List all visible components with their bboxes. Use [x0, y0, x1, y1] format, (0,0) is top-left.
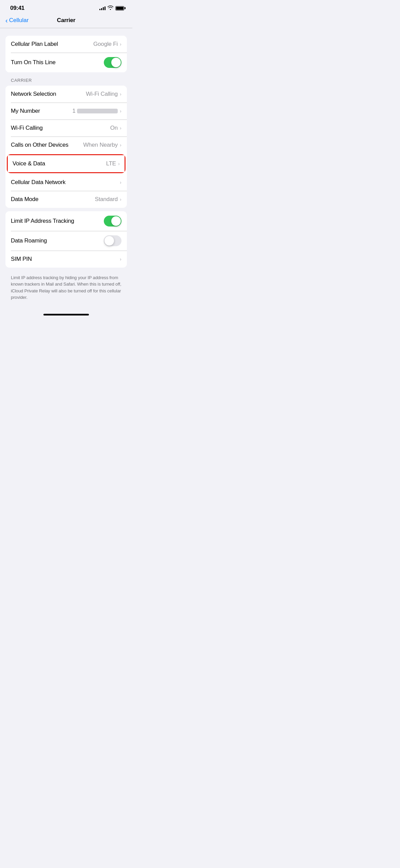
sim-pin-row[interactable]: SIM PIN › — [5, 251, 127, 268]
chevron-right-icon: › — [120, 196, 121, 202]
status-icons — [99, 5, 124, 11]
voice-data-label: Voice & Data — [13, 160, 45, 167]
wifi-calling-right: On › — [110, 125, 121, 131]
signal-bar-3 — [103, 7, 104, 10]
voice-data-row[interactable]: Voice & Data LTE › — [8, 155, 125, 172]
content: Cellular Plan Label Google Fi › Turn On … — [0, 28, 132, 308]
battery-fill — [116, 7, 123, 10]
data-roaming-row[interactable]: Data Roaming — [5, 231, 127, 251]
signal-bars-icon — [99, 6, 106, 10]
cellular-data-network-right: › — [120, 179, 121, 185]
network-selection-row[interactable]: Network Selection Wi-Fi Calling › — [5, 86, 127, 103]
wifi-calling-row[interactable]: Wi-Fi Calling On › — [5, 120, 127, 137]
carrier-settings-group: Network Selection Wi-Fi Calling › My Num… — [5, 86, 127, 208]
chevron-right-icon: › — [120, 108, 121, 114]
my-number-value: 1 — [72, 108, 118, 114]
sim-pin-right: › — [120, 256, 121, 262]
wifi-calling-label: Wi-Fi Calling — [11, 125, 43, 131]
top-settings-group: Cellular Plan Label Google Fi › Turn On … — [5, 36, 127, 72]
wifi-calling-value: On — [110, 125, 118, 131]
cellular-plan-label-value: Google Fi — [93, 41, 118, 48]
data-roaming-toggle[interactable] — [104, 235, 121, 246]
voice-data-highlight-wrapper: Voice & Data LTE › — [5, 153, 127, 174]
toggle-thumb — [104, 236, 114, 246]
back-label: Cellular — [9, 17, 29, 24]
calls-other-devices-value: When Nearby — [83, 142, 118, 148]
limit-ip-tracking-row[interactable]: Limit IP Address Tracking — [5, 211, 127, 231]
sim-pin-label: SIM PIN — [11, 256, 32, 263]
carrier-section-header: CARRIER — [5, 76, 127, 86]
limit-ip-tracking-toggle[interactable] — [104, 216, 121, 227]
chevron-right-icon: › — [120, 91, 121, 97]
bottom-settings-group: Limit IP Address Tracking Data Roaming S… — [5, 211, 127, 268]
back-button[interactable]: ‹ Cellular — [5, 17, 28, 24]
chevron-right-icon: › — [120, 256, 121, 262]
limit-ip-tracking-label: Limit IP Address Tracking — [11, 218, 74, 224]
status-bar: 09:41 — [0, 0, 132, 14]
signal-bar-1 — [99, 9, 100, 10]
home-bar — [43, 314, 89, 315]
voice-data-value: LTE — [106, 160, 116, 167]
signal-bar-2 — [101, 8, 102, 10]
data-mode-label: Data Mode — [11, 196, 38, 203]
calls-other-devices-label: Calls on Other Devices — [11, 142, 68, 148]
cellular-data-network-row[interactable]: Cellular Data Network › — [5, 174, 127, 191]
network-selection-value: Wi-Fi Calling — [86, 91, 118, 97]
home-indicator — [0, 311, 132, 319]
cellular-plan-label-right: Google Fi › — [93, 41, 121, 48]
chevron-right-icon: › — [120, 142, 121, 148]
footer-note: Limit IP address tracking by hiding your… — [5, 271, 127, 308]
my-number-label: My Number — [11, 108, 40, 114]
network-selection-label: Network Selection — [11, 91, 56, 97]
data-roaming-label: Data Roaming — [11, 237, 47, 244]
my-number-row[interactable]: My Number 1 › — [5, 103, 127, 120]
data-mode-row[interactable]: Data Mode Standard › — [5, 191, 127, 208]
toggle-thumb — [111, 58, 121, 67]
data-mode-value: Standard — [95, 196, 118, 203]
page-title: Carrier — [57, 17, 75, 24]
turn-on-this-line-row[interactable]: Turn On This Line — [5, 53, 127, 72]
calls-other-devices-right: When Nearby › — [83, 142, 121, 148]
network-selection-right: Wi-Fi Calling › — [86, 91, 121, 97]
cellular-plan-label-text: Cellular Plan Label — [11, 41, 58, 48]
toggle-thumb — [111, 216, 121, 226]
my-number-right: 1 › — [72, 108, 121, 114]
voice-data-right: LTE › — [106, 160, 120, 167]
nav-bar: ‹ Cellular Carrier — [0, 14, 132, 28]
chevron-right-icon: › — [120, 179, 121, 185]
turn-on-this-line-label: Turn On This Line — [11, 59, 56, 66]
cellular-data-network-label: Cellular Data Network — [11, 179, 65, 186]
wifi-icon — [108, 5, 113, 11]
back-chevron-icon: ‹ — [5, 17, 8, 24]
redacted-number — [77, 109, 118, 113]
voice-data-highlight-border: Voice & Data LTE › — [7, 154, 126, 173]
signal-bar-4 — [104, 6, 106, 10]
calls-other-devices-row[interactable]: Calls on Other Devices When Nearby › — [5, 137, 127, 153]
turn-on-this-line-toggle[interactable] — [104, 57, 121, 68]
data-mode-right: Standard › — [95, 196, 121, 203]
status-time: 09:41 — [10, 5, 24, 12]
cellular-plan-label-row[interactable]: Cellular Plan Label Google Fi › — [5, 36, 127, 53]
chevron-right-icon: › — [120, 41, 121, 47]
chevron-right-icon: › — [118, 161, 120, 166]
chevron-right-icon: › — [120, 125, 121, 131]
battery-icon — [115, 6, 124, 11]
